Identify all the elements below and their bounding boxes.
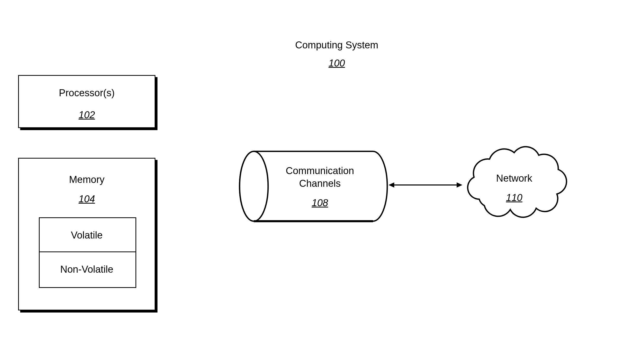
memory-label: Memory: [18, 173, 155, 186]
processor-label: Processor(s): [18, 87, 155, 99]
svg-marker-2: [389, 182, 394, 188]
comm-ref: 108: [272, 197, 368, 209]
network-cloud: [458, 147, 570, 225]
network-ref: 110: [466, 191, 562, 204]
connector-arrow: [389, 180, 462, 190]
comm-label: Communication Channels: [272, 165, 368, 190]
memory-ref: 104: [18, 193, 155, 205]
memory-volatile-label: Volatile: [39, 229, 135, 242]
diagram-title: Computing System: [272, 39, 401, 51]
diagram-canvas: Computing System 100 Processor(s) 102 Me…: [0, 0, 624, 364]
memory-nonvolatile-label: Non-Volatile: [39, 263, 135, 276]
processor-ref: 102: [18, 109, 155, 121]
diagram-title-ref: 100: [272, 57, 401, 70]
network-label: Network: [466, 172, 562, 185]
svg-point-0: [240, 151, 268, 221]
